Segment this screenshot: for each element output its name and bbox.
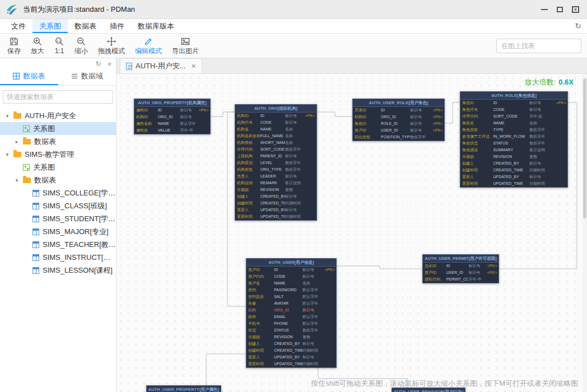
er-field-row[interactable]: 是否属于工作流IN_WORK_FLOW数值字串	[460, 133, 567, 140]
er-field-row[interactable]: 用户IDUSER_ID标识号<FK>	[353, 127, 444, 134]
er-field-row[interactable]: 机构IDID标识号<PK>	[235, 113, 316, 119]
er-field-row[interactable]: 邮件EMAIL默认字串	[246, 314, 336, 320]
menu-item-文件[interactable]: 文件	[4, 19, 32, 33]
collapse-arrow-icon[interactable]: ▾	[4, 113, 10, 119]
er-field-row[interactable]: 密码PASSWORD默认字串	[246, 287, 336, 293]
er-field-row[interactable]: 机构代号CODE标识号	[235, 119, 316, 126]
expand-arrow-icon[interactable]: ▸	[14, 139, 20, 144]
er-field-row[interactable]: 创建时间CREATED_TIME日期时间	[235, 200, 316, 207]
er-field-row[interactable]: 状态STATUS数值字串	[246, 327, 336, 334]
er-field-row[interactable]: 角色IDID标识号<PK>	[460, 100, 567, 106]
er-field-row[interactable]: 机构级别LEVEL数值字串	[235, 160, 316, 166]
er-field-row[interactable]: 乐观锁REVISION整数	[235, 186, 316, 193]
menu-item-数据库版本[interactable]: 数据库版本	[131, 19, 181, 33]
sidebar-refresh-icon[interactable]: ↻	[95, 60, 101, 67]
er-field-row[interactable]: 负责人LEADER标识号	[235, 173, 316, 180]
er-table[interactable]: AUTH_USER_PROPERTY[用户属性]	[146, 385, 221, 392]
minimize-icon[interactable]	[541, 9, 548, 10]
er-field-row[interactable]: 属性名称NAME默认字串	[134, 120, 210, 127]
tree-item[interactable]: 关系图	[0, 122, 116, 135]
maximize-icon[interactable]	[557, 7, 563, 12]
tree-item[interactable]: SIMS_LESSON[课程]	[0, 264, 116, 277]
er-field-row[interactable]: 用户IDID标识号<PK>	[246, 267, 336, 273]
er-field-row[interactable]: 关系IDID标识号<PK>	[353, 107, 444, 114]
er-field-row[interactable]: 岗位类型POSITION_TYPE数值字串	[353, 134, 444, 141]
er-field-row[interactable]: 创建人CREATED_BY标识号	[460, 160, 567, 167]
er-field-row[interactable]: 乐观锁REVISION整数	[246, 334, 336, 340]
er-field-row[interactable]: 机构IDORG_ID标识号<FK>	[353, 114, 444, 120]
er-field-row[interactable]: 授权代码PERMIT_CODE字串-中	[423, 276, 499, 283]
toolbar-save-button[interactable]: 保存	[2, 35, 26, 56]
menu-item-数据表[interactable]: 数据表	[68, 19, 103, 33]
er-field-row[interactable]: 头像AVATAR默认字串	[246, 300, 336, 307]
er-table[interactable]: AUTH_ORG[组织机构]机构IDID标识号<PK>机构代号CODE标识号机构…	[235, 104, 317, 221]
er-field-row[interactable]: 密码盐值SALT默认字串	[246, 293, 336, 300]
er-table[interactable]: AUTH_ROLE[角色信息]角色IDID标识号<PK>角色代号CODE标识号排…	[460, 91, 568, 188]
er-field-row[interactable]: 角色IDROLE_ID标识号<FK>	[353, 120, 444, 127]
er-table[interactable]: AUTH_USER_PERMIT[用户许可权限]流水IDID标识号<PK>用户I…	[422, 254, 499, 283]
collapse-arrow-icon[interactable]: ▾	[4, 152, 10, 157]
tree-item[interactable]: ▾AUTH-用户安全	[0, 109, 116, 122]
er-field-row[interactable]: 角色状态STATUS数值字串	[460, 140, 567, 147]
er-field-row[interactable]: 更新时间UPDATED_TIME日期时间	[460, 180, 567, 187]
er-field-row[interactable]: 用户代码CODE标识号	[246, 273, 336, 280]
menu-item-关系图[interactable]: 关系图	[32, 19, 68, 33]
er-field-row[interactable]: 上级机构PARENT_ID标识号	[235, 153, 316, 160]
er-field-row[interactable]: 创建人CREATED_BY标识号	[235, 193, 316, 200]
er-field-row[interactable]: 角色名NAME名称	[460, 120, 567, 127]
quick-search-input[interactable]	[3, 90, 113, 104]
menu-item-插件[interactable]: 插件	[103, 19, 131, 33]
er-field-row[interactable]: 机构简称SHORT_NAME名称	[235, 139, 316, 146]
er-field-row[interactable]: 机构名称全称FULL_NAME名称	[235, 133, 316, 139]
tab-auth-diagram[interactable]: AUTH-用户安... ×	[120, 58, 202, 73]
scrollbar-thumb[interactable]	[583, 78, 586, 218]
er-field-row[interactable]: 机构说明REMARK备注说明	[235, 180, 316, 186]
tree-item[interactable]: SIMS_MAJOR[专业]	[0, 225, 116, 238]
er-table[interactable]: AUTH_USER_ROLE[用户角色]关系IDID标识号<PK>机构IDORG…	[352, 99, 445, 141]
collapse-arrow-icon[interactable]: ▾	[14, 178, 20, 183]
er-field-row[interactable]: 乐观锁REVISION整数	[460, 153, 567, 160]
er-field-row[interactable]: 创建人CREATED_BY标识号	[246, 340, 336, 347]
tab-close-icon[interactable]: ×	[192, 62, 196, 70]
toolbar-drag-mode-button[interactable]: 拖拽模式	[93, 35, 130, 56]
er-field-row[interactable]: 角色类型TYPE数值字串	[460, 127, 567, 133]
er-table[interactable]: AUTH_USER[用户信息]用户IDID标识号<PK>用户代码CODE标识号用…	[246, 258, 337, 368]
er-field-row[interactable]: 创建时间CREATED_TIME日期时间	[460, 167, 567, 174]
find-table-input[interactable]	[496, 39, 581, 53]
tree-item[interactable]: ▾SIMS-教学管理	[0, 148, 116, 161]
er-field-row[interactable]: 排序代码SORT_CODE字串-短	[460, 113, 567, 120]
vertical-scrollbar[interactable]	[583, 74, 587, 392]
close-icon[interactable]: ×	[572, 6, 579, 13]
er-field-row[interactable]: 角色代号CODE标识号	[460, 106, 567, 113]
sidebar-tab-数据表[interactable]: 数据表	[0, 68, 58, 85]
refresh-icon[interactable]: ↻	[575, 21, 581, 30]
tree-item[interactable]: SIMS_CLASS[班级]	[0, 199, 116, 212]
toolbar-export-image-button[interactable]: 导出图片	[167, 35, 204, 56]
er-field-row[interactable]: 用户名NAME名称	[246, 280, 336, 287]
tree-item[interactable]: SIMS_INSTRUCT[授课]	[0, 251, 116, 264]
tree-item[interactable]: SIMS_COLLEGE[学院]	[0, 186, 116, 199]
er-field-row[interactable]: 创建时间CREATED_TIME日期时间	[246, 347, 336, 354]
tree-item[interactable]: 关系图	[0, 161, 116, 174]
er-field-row[interactable]: 机构类型ORG_TYPE数值字串	[235, 166, 316, 173]
toolbar-one-to-one-button[interactable]: 1:11:1	[49, 35, 69, 56]
er-field-row[interactable]: 排序代码SORT_CODE数值字串	[235, 146, 316, 153]
tree-item[interactable]: SIMS_TEACHER[教师]	[0, 238, 116, 251]
er-field-row[interactable]: 属性值VALUE字串-中	[134, 127, 210, 134]
er-field-row[interactable]: 角色描述SUMMARY备注说明	[460, 147, 567, 153]
er-field-row[interactable]: 更新人UPDATED_BY标识号	[460, 174, 567, 180]
er-table[interactable]: AUTH_ORG_PROPERTY[机构属性]属性IDID标识号<PK>机构ID…	[134, 99, 211, 134]
er-field-row[interactable]: 机构名NAME名称	[235, 126, 316, 133]
toolbar-edit-mode-button[interactable]: 编辑模式	[130, 35, 167, 56]
tree-item[interactable]: ▾数据表	[0, 174, 116, 186]
sidebar-collapse-icon[interactable]: «	[108, 60, 111, 67]
toolbar-zoom-in-button[interactable]: 放大	[26, 35, 49, 56]
er-field-row[interactable]: 更新人UPDATED_BY标识号	[235, 207, 316, 213]
er-field-row[interactable]: 属性IDID标识号<PK>	[134, 107, 210, 114]
tree-item[interactable]: SIMS_STUDENT[学生]	[0, 212, 116, 225]
er-field-row[interactable]: 机构IDORG_ID标识号	[134, 114, 210, 120]
er-field-row[interactable]: 更新时间UPDATED_TIME日期时间	[235, 213, 316, 220]
er-field-row[interactable]: 更新时间UPDATED_TIME日期时间	[246, 361, 336, 367]
er-field-row[interactable]: 更新人UPDATED_BY标识号	[246, 354, 336, 361]
toolbar-zoom-out-button[interactable]: 缩小	[69, 35, 93, 56]
